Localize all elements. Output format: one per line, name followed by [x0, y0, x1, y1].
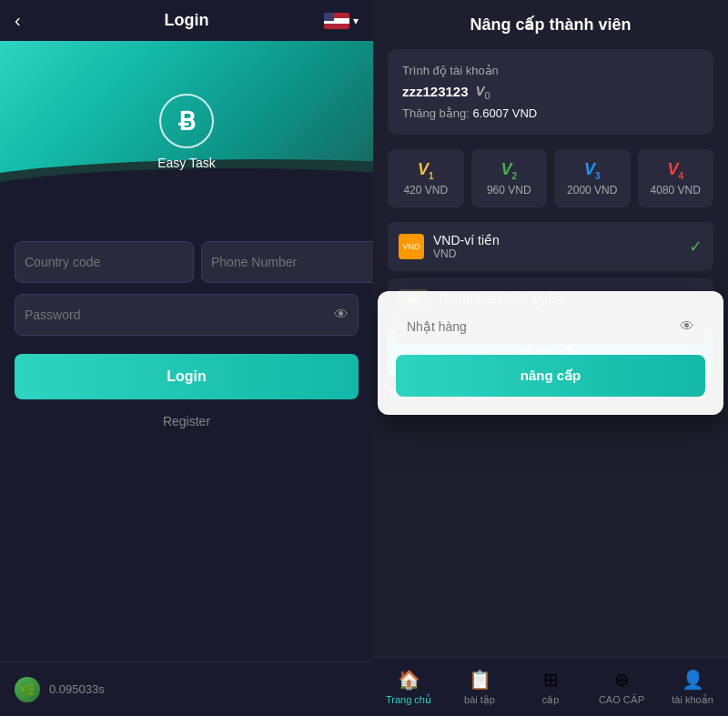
nav-home-label: Trang chủ — [386, 694, 431, 706]
language-selector[interactable]: ▾ — [324, 13, 359, 29]
overlay-eye-icon[interactable]: 👁 — [680, 318, 694, 335]
ticker-text: 0.095033s — [49, 682, 105, 696]
level-label: Trình độ tài khoản — [402, 64, 699, 77]
left-header: ‹ Login ▾ — [0, 0, 373, 41]
country-code-input[interactable] — [15, 241, 194, 283]
back-button[interactable]: ‹ — [15, 10, 21, 31]
ticker-icon: 🌿 — [15, 677, 40, 702]
register-link[interactable]: Register — [15, 414, 359, 429]
premium-icon: ⊕ — [614, 669, 630, 691]
tier-3-symbol: V3 — [561, 160, 623, 181]
level-icon: ⊞ — [543, 669, 559, 691]
tasks-icon: 📋 — [469, 669, 491, 691]
tier-card-2[interactable]: V2 960 VND — [471, 149, 548, 208]
check-icon: ✓ — [689, 237, 703, 257]
vnd-wallet-sub: VND — [433, 247, 680, 260]
right-panel: Nâng cấp thành viên Trình độ tài khoản z… — [373, 0, 728, 716]
bottom-nav: 🏠 Trang chủ 📋 bài tập ⊞ cấp ⊕ CAO CẤP 👤 … — [373, 657, 728, 716]
tier-1-symbol: V1 — [395, 160, 457, 181]
level-user: zzz123123 V0 — [402, 83, 699, 101]
vnd-wallet-option[interactable]: VND VND-ví tiền VND ✓ — [388, 222, 713, 271]
vnd-wallet-info: VND-ví tiền VND — [433, 233, 680, 260]
level-badge: V0 — [476, 83, 490, 101]
tier-4-symbol: V4 — [645, 160, 707, 181]
password-row: 👁 — [15, 294, 359, 336]
overlay-input-row: 👁 — [396, 309, 705, 344]
vnd-wallet-name: VND-ví tiền — [433, 233, 680, 247]
tier-2-symbol: V2 — [479, 160, 541, 181]
nav-tasks-label: bài tập — [464, 694, 495, 706]
tier-grid: V1 420 VND V2 960 VND V3 2000 VND V4 408… — [388, 149, 713, 208]
balance-value: 6.6007 VND — [472, 106, 537, 120]
logo-circle: Ƀ — [159, 94, 214, 148]
phone-number-input[interactable] — [201, 241, 380, 283]
chevron-down-icon: ▾ — [353, 15, 359, 27]
nav-tasks[interactable]: 📋 bài tập — [444, 669, 515, 706]
flag-icon — [324, 13, 349, 29]
app-name: Easy Task — [157, 156, 216, 170]
account-icon: 👤 — [682, 669, 704, 691]
right-header: Nâng cấp thành viên — [373, 0, 728, 49]
overlay-upgrade-button[interactable]: nâng cấp — [396, 355, 705, 397]
hero-banner: Ƀ Easy Task — [0, 41, 373, 223]
left-panel: ‹ Login ▾ Ƀ Easy Task 👁 Login Register 🌿… — [0, 0, 373, 716]
tier-2-price: 960 VND — [479, 184, 541, 197]
account-level-card: Trình độ tài khoản zzz123123 V0 Thăng bằ… — [388, 49, 713, 135]
username: zzz123123 — [402, 84, 469, 99]
phone-row — [15, 241, 359, 283]
overlay-dialog: 👁 nâng cấp — [378, 291, 723, 415]
nav-premium-label: CAO CẤP — [599, 694, 644, 706]
balance-info: Thăng bằng: 6.6007 VND — [402, 106, 699, 120]
login-button[interactable]: Login — [15, 354, 359, 399]
right-page-title: Nâng cấp thành viên — [470, 15, 631, 34]
nav-account-label: tài khoản — [672, 694, 713, 706]
vnd-icon: VND — [399, 234, 424, 259]
nav-home[interactable]: 🏠 Trang chủ — [373, 669, 444, 706]
tier-card-4[interactable]: V4 4080 VND — [638, 149, 714, 208]
login-form: 👁 Login Register — [0, 223, 373, 447]
tier-card-3[interactable]: V3 2000 VND — [554, 149, 631, 208]
ticker-bar: 🌿 0.095033s — [0, 661, 373, 716]
password-input[interactable] — [25, 295, 334, 335]
page-title: Login — [165, 11, 209, 30]
eye-icon[interactable]: 👁 — [334, 307, 349, 323]
nav-premium[interactable]: ⊕ CAO CẤP — [586, 669, 657, 706]
tier-4-price: 4080 VND — [645, 184, 707, 197]
home-icon: 🏠 — [398, 669, 420, 691]
tier-1-price: 420 VND — [395, 184, 457, 197]
nav-level[interactable]: ⊞ cấp — [515, 669, 586, 706]
overlay-password-input[interactable] — [407, 319, 680, 334]
nav-account[interactable]: 👤 tài khoản — [657, 669, 728, 706]
tier-3-price: 2000 VND — [561, 184, 623, 197]
nav-level-label: cấp — [542, 694, 560, 706]
logo-symbol: Ƀ — [178, 106, 196, 136]
tier-card-1[interactable]: V1 420 VND — [388, 149, 464, 208]
